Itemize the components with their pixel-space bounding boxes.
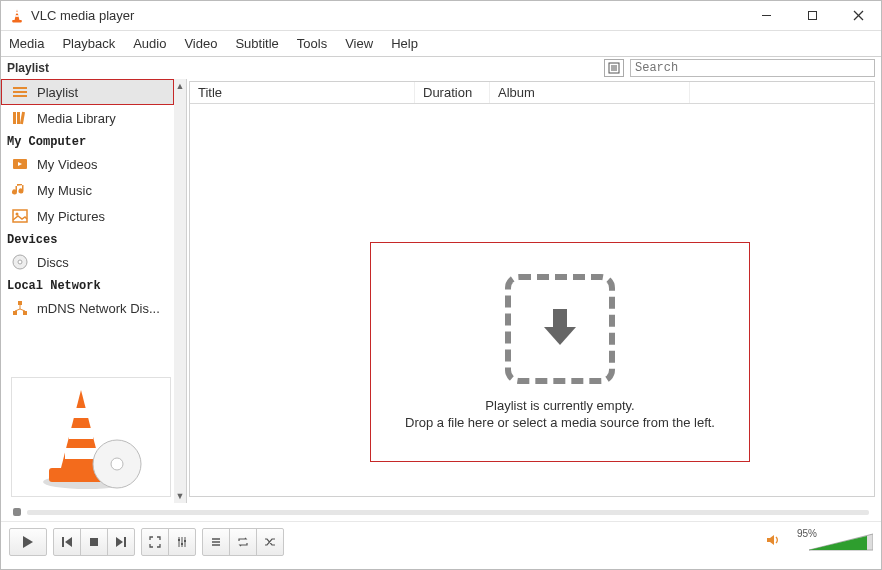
menu-media[interactable]: Media <box>9 36 44 51</box>
close-button[interactable] <box>835 1 881 31</box>
svg-rect-51 <box>184 540 186 542</box>
shuffle-button[interactable] <box>256 528 284 556</box>
sidebar-scrollbar[interactable]: ▲ ▼ <box>174 79 186 503</box>
svg-rect-38 <box>553 309 567 327</box>
menubar: Media Playback Audio Video Subtitle Tool… <box>1 31 881 57</box>
svg-rect-43 <box>90 538 98 546</box>
svg-rect-15 <box>13 112 16 124</box>
play-button[interactable] <box>9 528 47 556</box>
volume-control[interactable]: 95% <box>765 532 873 552</box>
pane-title: Playlist <box>7 61 177 75</box>
download-arrow-icon <box>536 303 584 355</box>
vlc-cone-icon <box>9 8 25 24</box>
sidebar-item-label: Media Library <box>37 111 116 126</box>
volume-slider[interactable] <box>809 532 873 552</box>
drop-target-icon <box>505 274 615 384</box>
menu-video[interactable]: Video <box>184 36 217 51</box>
sidebar-item-my-music[interactable]: My Music <box>1 177 174 203</box>
column-duration[interactable]: Duration <box>415 82 490 103</box>
sidebar-item-my-pictures[interactable]: My Pictures <box>1 203 174 229</box>
svg-marker-55 <box>767 535 774 545</box>
dropzone-text-1: Playlist is currently empty. <box>485 398 634 413</box>
svg-rect-24 <box>18 301 22 305</box>
pictures-icon <box>11 207 29 225</box>
menu-playback[interactable]: Playback <box>62 36 115 51</box>
menu-tools[interactable]: Tools <box>297 36 327 51</box>
svg-marker-44 <box>116 537 123 547</box>
playlist-content: Title Duration Album Playlist is current… <box>189 81 875 497</box>
seek-track[interactable] <box>27 510 869 515</box>
svg-marker-0 <box>15 9 20 19</box>
svg-rect-32 <box>73 408 89 418</box>
video-icon <box>11 155 29 173</box>
seek-bar[interactable] <box>1 503 881 521</box>
menu-subtitle[interactable]: Subtitle <box>235 36 278 51</box>
svg-marker-39 <box>544 327 576 345</box>
sidebar-item-label: My Music <box>37 183 92 198</box>
svg-rect-41 <box>62 537 64 547</box>
svg-rect-45 <box>124 537 126 547</box>
svg-rect-5 <box>808 12 816 20</box>
svg-point-23 <box>18 260 22 264</box>
sidebar-item-label: My Pictures <box>37 209 105 224</box>
menu-help[interactable]: Help <box>391 36 418 51</box>
scroll-down-icon[interactable]: ▼ <box>174 489 186 503</box>
sidebar-section-local-network: Local Network <box>1 275 174 295</box>
playlist-toggle-button[interactable] <box>202 528 230 556</box>
svg-marker-42 <box>65 537 72 547</box>
search-input[interactable] <box>630 59 875 77</box>
seek-handle-icon[interactable] <box>13 508 21 516</box>
sidebar-item-media-library[interactable]: Media Library <box>1 105 174 131</box>
loop-button[interactable] <box>229 528 257 556</box>
playlist-view-button[interactable] <box>604 59 624 77</box>
svg-rect-26 <box>23 311 27 315</box>
svg-rect-25 <box>13 311 17 315</box>
sidebar: Playlist Media Library My Computer My Vi… <box>1 79 187 503</box>
maximize-button[interactable] <box>789 1 835 31</box>
sidebar-section-my-computer: My Computer <box>1 131 174 151</box>
disc-icon <box>11 253 29 271</box>
sidebar-item-label: Discs <box>37 255 69 270</box>
menu-audio[interactable]: Audio <box>133 36 166 51</box>
svg-point-37 <box>111 458 123 470</box>
sidebar-item-label: mDNS Network Dis... <box>37 301 160 316</box>
sidebar-section-devices: Devices <box>1 229 174 249</box>
minimize-button[interactable] <box>743 1 789 31</box>
column-headers: Title Duration Album <box>190 82 874 104</box>
sidebar-item-label: My Videos <box>37 157 97 172</box>
fullscreen-button[interactable] <box>141 528 169 556</box>
empty-playlist-dropzone[interactable]: Playlist is currently empty. Drop a file… <box>370 242 750 462</box>
svg-line-28 <box>15 309 20 311</box>
sidebar-item-playlist[interactable]: Playlist <box>1 79 174 105</box>
svg-rect-50 <box>181 543 183 545</box>
svg-rect-3 <box>12 20 22 22</box>
svg-rect-2 <box>15 15 19 17</box>
scroll-up-icon[interactable]: ▲ <box>174 79 186 93</box>
svg-rect-16 <box>17 112 20 124</box>
library-icon <box>11 109 29 127</box>
previous-button[interactable] <box>53 528 81 556</box>
svg-rect-1 <box>16 12 19 14</box>
sidebar-item-my-videos[interactable]: My Videos <box>1 151 174 177</box>
menu-view[interactable]: View <box>345 36 373 51</box>
stop-button[interactable] <box>80 528 108 556</box>
speaker-icon[interactable] <box>765 532 781 552</box>
column-title[interactable]: Title <box>190 82 415 103</box>
sidebar-item-discs[interactable]: Discs <box>1 249 174 275</box>
network-icon <box>11 299 29 317</box>
svg-marker-40 <box>23 536 33 548</box>
sidebar-item-mdns[interactable]: mDNS Network Dis... <box>1 295 174 321</box>
svg-rect-17 <box>20 112 25 124</box>
music-icon <box>11 181 29 199</box>
column-album[interactable]: Album <box>490 82 690 103</box>
playlist-icon <box>11 83 29 101</box>
dropzone-text-2: Drop a file here or select a media sourc… <box>405 415 715 430</box>
next-button[interactable] <box>107 528 135 556</box>
window-title: VLC media player <box>31 8 134 23</box>
titlebar: VLC media player <box>1 1 881 31</box>
extended-settings-button[interactable] <box>168 528 196 556</box>
svg-rect-49 <box>178 539 180 541</box>
svg-rect-20 <box>13 210 27 222</box>
svg-rect-33 <box>69 428 93 439</box>
volume-percent: 95% <box>797 528 817 539</box>
